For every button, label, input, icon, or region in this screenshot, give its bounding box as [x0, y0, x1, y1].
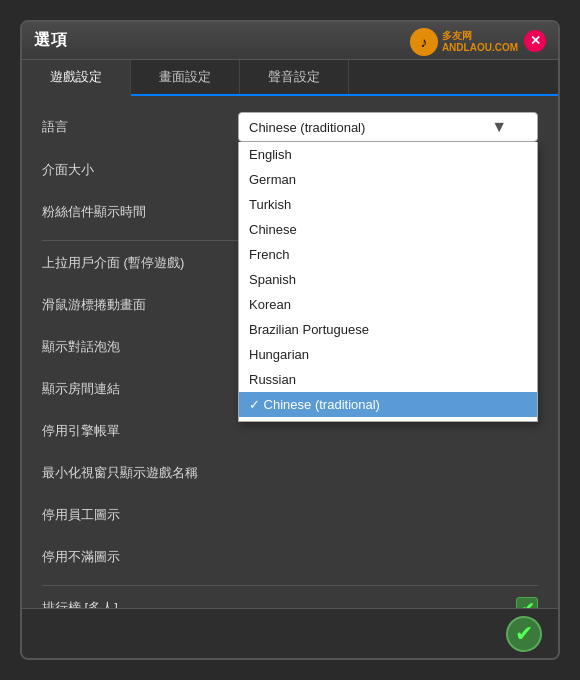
- disable-pull-menu-label: 停用引擎帳單: [42, 422, 120, 440]
- watermark: ♪ 多友网 ANDLAOU.COM: [410, 28, 518, 56]
- settings-content: 語言 Chinese (traditional) ▼ English Germa…: [22, 96, 558, 652]
- disable-staff-icon-label: 停用員工圖示: [42, 506, 120, 524]
- lang-item-brazilian-portuguese[interactable]: Brazilian Portuguese: [239, 317, 537, 342]
- disable-staff-icon-row: 停用員工圖示: [42, 501, 538, 529]
- room-links-label: 顯示房間連結: [42, 380, 120, 398]
- language-label: 語言: [42, 118, 68, 136]
- lang-item-chinese-traditional[interactable]: ✓ Chinese (traditional): [239, 392, 537, 417]
- lang-item-german[interactable]: German: [239, 167, 537, 192]
- divider-2: [42, 585, 538, 586]
- title-bar: 選項 ♪ 多友网 ANDLAOU.COM ✕: [22, 22, 558, 60]
- language-dropdown-list: English German Turkish Chinese French Sp…: [238, 142, 538, 422]
- tab-bar: 遊戲設定 畫面設定 聲音設定: [22, 60, 558, 96]
- watermark-icon: ♪: [410, 28, 438, 56]
- lang-item-russian[interactable]: Russian: [239, 367, 537, 392]
- language-selected-value: Chinese (traditional): [249, 120, 365, 135]
- tab-screen-settings[interactable]: 畫面設定: [131, 60, 240, 94]
- tab-audio-settings[interactable]: 聲音設定: [240, 60, 349, 94]
- mouse-scroll-label: 滑鼠游標捲動畫面: [42, 296, 146, 314]
- language-dropdown[interactable]: Chinese (traditional) ▼: [238, 112, 538, 142]
- close-button[interactable]: ✕: [524, 30, 546, 52]
- lang-item-english[interactable]: English: [239, 142, 537, 167]
- language-dropdown-wrapper: Chinese (traditional) ▼ English German T…: [238, 112, 538, 142]
- fan-email-label: 粉絲信件顯示時間: [42, 203, 146, 221]
- ok-button[interactable]: ✔: [506, 616, 542, 652]
- disable-dislike-label: 停用不滿圖示: [42, 548, 120, 566]
- lang-item-hungarian[interactable]: Hungarian: [239, 342, 537, 367]
- tab-game-settings[interactable]: 遊戲設定: [22, 60, 131, 96]
- watermark-label: 多友网 ANDLAOU.COM: [442, 30, 518, 54]
- options-window: 選項 ♪ 多友网 ANDLAOU.COM ✕ 遊戲設定 畫面設定 聲音設定 語言…: [20, 20, 560, 660]
- window-title: 選項: [34, 30, 68, 51]
- lang-item-turkish[interactable]: Turkish: [239, 192, 537, 217]
- disable-dislike-row: 停用不滿圖示: [42, 543, 538, 571]
- pullup-ui-label: 上拉用戶介面 (暫停遊戲): [42, 254, 184, 272]
- minimize-window-row: 最小化視窗只顯示遊戲名稱: [42, 459, 538, 487]
- language-row: 語言 Chinese (traditional) ▼ English Germa…: [42, 112, 538, 142]
- bottom-bar: ✔: [22, 608, 558, 658]
- lang-item-korean[interactable]: Korean: [239, 292, 537, 317]
- lang-item-chinese[interactable]: Chinese: [239, 217, 537, 242]
- interface-size-label: 介面大小: [42, 161, 94, 179]
- chat-bubbles-label: 顯示對話泡泡: [42, 338, 120, 356]
- lang-item-french[interactable]: French: [239, 242, 537, 267]
- lang-item-polish[interactable]: Polish: [239, 417, 537, 422]
- dropdown-arrow-icon: ▼: [491, 118, 507, 136]
- lang-item-spanish[interactable]: Spanish: [239, 267, 537, 292]
- minimize-window-label: 最小化視窗只顯示遊戲名稱: [42, 464, 198, 482]
